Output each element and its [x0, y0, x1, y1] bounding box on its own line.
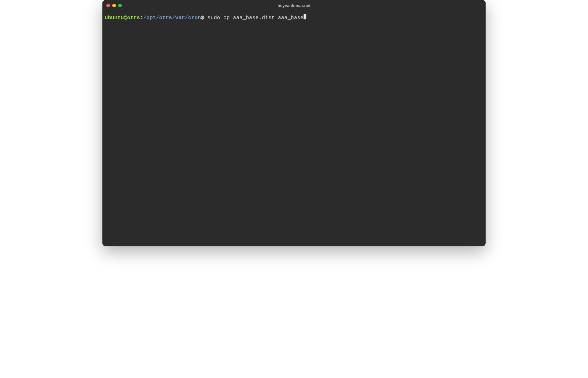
window-title: heyvaldemar.net — [277, 3, 311, 8]
minimize-button[interactable] — [112, 4, 116, 7]
title-bar: heyvaldemar.net — [102, 0, 486, 11]
prompt-user-host: ubuntu@otrs — [105, 14, 140, 22]
terminal-window: heyvaldemar.net ubuntu@otrs:/opt/otrs/va… — [102, 0, 486, 246]
close-button[interactable] — [106, 4, 110, 7]
cursor-icon — [304, 14, 306, 19]
command-input[interactable]: sudo cp aaa_base.dist aaa_base — [204, 14, 303, 22]
traffic-lights — [106, 4, 122, 7]
maximize-button[interactable] — [118, 4, 122, 7]
prompt-line: ubuntu@otrs:/opt/otrs/var/cron$ sudo cp … — [105, 14, 483, 22]
prompt-separator: : — [140, 14, 143, 22]
prompt-path: /opt/otrs/var/cron — [143, 14, 201, 22]
prompt-symbol: $ — [201, 14, 204, 22]
terminal-body[interactable]: ubuntu@otrs:/opt/otrs/var/cron$ sudo cp … — [102, 11, 486, 246]
